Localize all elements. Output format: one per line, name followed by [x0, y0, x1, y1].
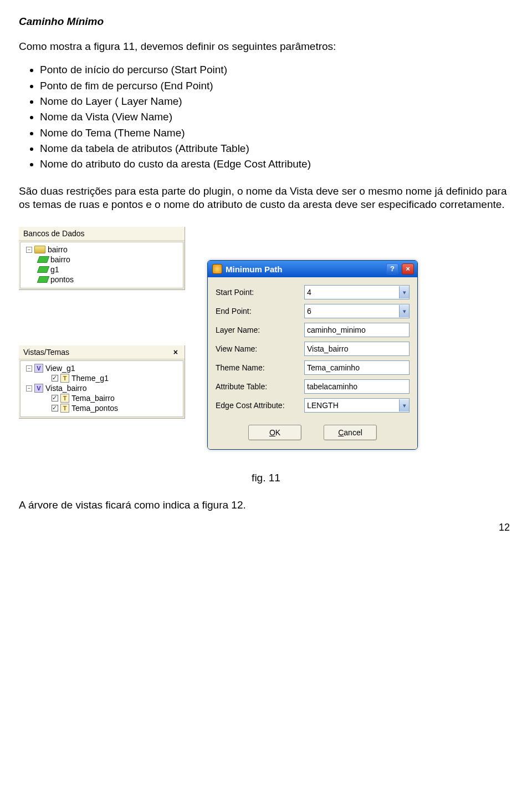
view-icon: V — [34, 364, 43, 373]
field-value: 6 — [307, 307, 311, 316]
chevron-down-icon[interactable]: ▾ — [399, 286, 409, 298]
tree-item[interactable]: bairro — [23, 255, 181, 265]
field-label: Edge Cost Attribute: — [216, 401, 304, 410]
cancel-mnemonic: C — [338, 425, 344, 440]
restrictions-paragraph: São duas restrições para esta parte do p… — [19, 185, 513, 212]
field-label: Theme Name: — [216, 363, 304, 372]
checkbox-icon[interactable] — [52, 395, 58, 401]
view-name-input[interactable]: Vista_bairro — [304, 342, 410, 356]
field-value: tabelacaminho — [307, 382, 357, 391]
collapse-icon[interactable]: − — [26, 365, 32, 372]
form-row-edge-cost: Edge Cost Attribute: LENGTH ▾ — [216, 398, 410, 413]
dialog-buttons: OK Cancel — [216, 417, 410, 445]
form-row-layer-name: Layer Name: caminho_minimo — [216, 323, 410, 337]
layer-name-input[interactable]: caminho_minimo — [304, 323, 410, 337]
theme-name-input[interactable]: Tema_caminho — [304, 360, 410, 375]
tree-label: bairro — [50, 255, 70, 264]
form-row-end-point: End Point: 6 ▾ — [216, 304, 410, 318]
edge-cost-dropdown[interactable]: LENGTH ▾ — [304, 398, 410, 413]
collapse-icon[interactable]: − — [26, 385, 32, 392]
db-panel: Bancos de Dados − bairro bairro g1 — [19, 227, 185, 290]
tree-label: Vista_bairro — [45, 384, 86, 393]
cancel-rest: ancel — [344, 428, 362, 437]
tree-root[interactable]: − bairro — [23, 245, 181, 255]
tree-theme-item[interactable]: T Tema_pontos — [23, 403, 181, 413]
intro-paragraph: Como mostra a figura 11, devemos definir… — [19, 40, 513, 53]
checkbox-icon[interactable] — [52, 375, 58, 382]
dialog-body: Start Point: 4 ▾ End Point: 6 ▾ Layer Na… — [208, 277, 417, 449]
section-heading: Caminho Mínimo — [19, 16, 513, 28]
form-row-view-name: View Name: Vista_bairro — [216, 342, 410, 356]
tree-label: bairro — [48, 245, 68, 254]
field-label: Layer Name: — [216, 326, 304, 334]
tree-view-item[interactable]: − V View_g1 — [23, 363, 181, 373]
tree-view-item[interactable]: − V Vista_bairro — [23, 383, 181, 393]
theme-icon: T — [60, 374, 69, 383]
field-value: 4 — [307, 288, 311, 297]
theme-icon: T — [60, 404, 69, 413]
field-value: caminho_minimo — [307, 326, 366, 334]
close-icon[interactable]: × — [171, 348, 180, 357]
field-label: View Name: — [216, 344, 304, 353]
view-icon: V — [34, 384, 43, 393]
list-item: Nome da tabela de atributos (Attribute T… — [40, 142, 513, 155]
ok-mnemonic: O — [269, 425, 275, 440]
page-number: 12 — [19, 522, 513, 533]
views-tree: − V View_g1 T Theme_g1 − V Vista_bairro … — [20, 360, 183, 417]
figure-11: Bancos de Dados − bairro bairro g1 — [19, 227, 513, 450]
ok-button[interactable]: OK — [248, 425, 301, 440]
list-item: Ponto de fim de percurso (End Point) — [40, 79, 513, 93]
field-value: Vista_bairro — [307, 344, 348, 353]
views-panel: Vistas/Temas × − V View_g1 T Theme_g1 − … — [19, 345, 185, 419]
checkbox-icon[interactable] — [52, 405, 58, 411]
chevron-down-icon[interactable]: ▾ — [399, 305, 409, 317]
layer-icon — [37, 256, 49, 263]
cancel-button[interactable]: Cancel — [324, 425, 377, 440]
layer-icon — [37, 266, 49, 273]
ok-rest: K — [275, 428, 280, 437]
db-panel-title: Bancos de Dados — [23, 229, 85, 238]
db-tree: − bairro bairro g1 pontos — [20, 242, 183, 288]
list-item: Nome do Layer ( Layer Name) — [40, 95, 513, 108]
tree-theme-item[interactable]: T Tema_bairro — [23, 393, 181, 403]
form-row-theme-name: Theme Name: Tema_caminho — [216, 360, 410, 375]
list-item: Ponto de início do percurso (Start Point… — [40, 63, 513, 77]
minimum-path-dialog: Minimum Path ? × Start Point: 4 ▾ End Po… — [207, 260, 418, 450]
field-label: Start Point: — [216, 288, 304, 297]
figure-caption: fig. 11 — [19, 472, 513, 484]
list-item: Nome do atributo do custo da aresta (Edg… — [40, 157, 513, 171]
list-item: Nome do Tema (Theme Name) — [40, 126, 513, 140]
tree-label: Theme_g1 — [71, 374, 109, 383]
field-label: End Point: — [216, 307, 304, 316]
database-icon — [34, 246, 45, 253]
end-point-dropdown[interactable]: 6 ▾ — [304, 304, 410, 318]
form-row-attribute-table: Attribute Table: tabelacaminho — [216, 379, 410, 394]
views-panel-title: Vistas/Temas — [23, 348, 69, 357]
field-label: Attribute Table: — [216, 382, 304, 391]
field-value: Tema_caminho — [307, 363, 360, 372]
dialog-titlebar[interactable]: Minimum Path ? × — [208, 261, 417, 277]
layer-icon — [37, 276, 49, 283]
parameter-list: Ponto de início do percurso (Start Point… — [40, 63, 513, 171]
theme-icon: T — [60, 394, 69, 403]
db-panel-header: Bancos de Dados — [19, 227, 185, 241]
views-panel-header: Vistas/Temas × — [19, 345, 185, 359]
tree-label: pontos — [50, 275, 74, 284]
dialog-title: Minimum Path — [226, 265, 283, 274]
tree-label: Tema_bairro — [71, 394, 115, 403]
collapse-icon[interactable]: − — [26, 247, 32, 253]
tree-item[interactable]: g1 — [23, 265, 181, 274]
app-icon — [212, 264, 222, 274]
close-button[interactable]: × — [402, 263, 414, 274]
start-point-dropdown[interactable]: 4 ▾ — [304, 285, 410, 299]
field-value: LENGTH — [307, 401, 339, 410]
attribute-table-input[interactable]: tabelacaminho — [304, 379, 410, 394]
help-button[interactable]: ? — [386, 263, 398, 274]
tree-item[interactable]: pontos — [23, 274, 181, 284]
tree-label: Tema_pontos — [71, 404, 118, 413]
form-row-start-point: Start Point: 4 ▾ — [216, 285, 410, 299]
chevron-down-icon[interactable]: ▾ — [399, 399, 409, 411]
tree-theme-item[interactable]: T Theme_g1 — [23, 373, 181, 383]
tree-label: g1 — [50, 265, 59, 274]
tree-label: View_g1 — [45, 364, 75, 373]
